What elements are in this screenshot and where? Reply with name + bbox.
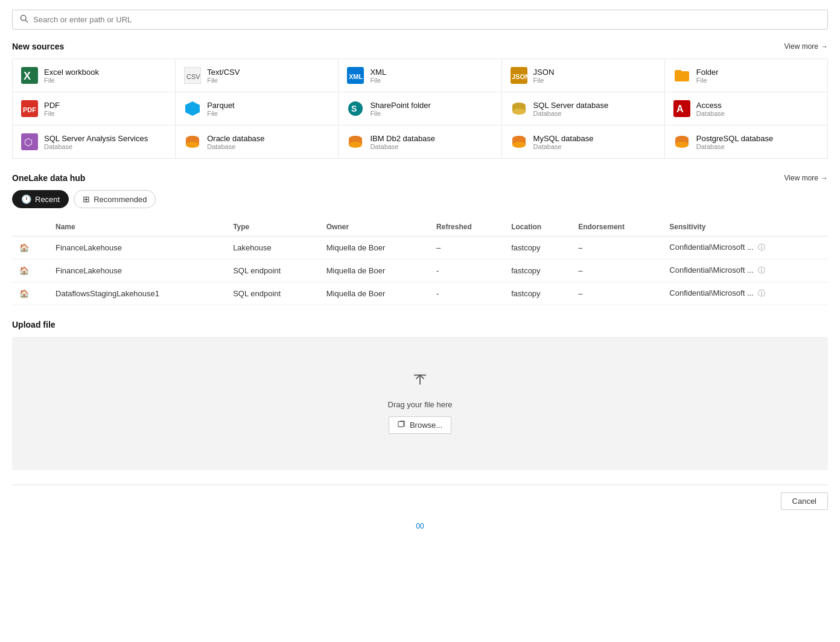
row-endorsement-2: –: [571, 282, 662, 305]
source-info-ssas: SQL Server Analysis Services Database: [44, 134, 148, 150]
source-type-parquet: File: [207, 110, 235, 117]
source-item-postgresql[interactable]: PostgreSQL database Database: [665, 126, 827, 158]
source-item-folder[interactable]: Folder File: [665, 59, 827, 92]
onelake-section: OneLake data hub View more → 🕐Recent⊞Rec…: [12, 173, 828, 305]
source-name-text-csv: Text/CSV: [207, 68, 240, 77]
source-type-ssas: Database: [44, 143, 148, 150]
source-type-sharepoint: File: [370, 110, 430, 117]
row-location-1: fastcopy: [504, 259, 571, 282]
source-icon-postgresql: [673, 133, 690, 150]
tab-recent[interactable]: 🕐Recent: [12, 190, 69, 208]
row-name-0: FinanceLakehouse: [48, 237, 226, 259]
info-icon-0[interactable]: ⓘ: [758, 243, 765, 252]
source-item-sharepoint[interactable]: S SharePoint folder File: [339, 92, 501, 125]
source-type-json: File: [533, 77, 555, 84]
source-item-xml[interactable]: XML XML File: [339, 59, 501, 92]
arrow-right-icon: →: [821, 42, 828, 51]
row-refreshed-1: -: [429, 259, 504, 282]
row-owner-1: Miquella de Boer: [319, 259, 429, 282]
upload-title: Upload file: [12, 320, 56, 329]
source-info-ibm: IBM Db2 database Database: [370, 134, 435, 150]
tab-icon-recent: 🕐: [21, 194, 31, 204]
info-icon-2[interactable]: ⓘ: [758, 289, 765, 297]
svg-text:CSV: CSV: [186, 73, 200, 80]
svg-point-27: [349, 142, 362, 148]
source-info-folder: Folder File: [696, 68, 719, 84]
source-item-ssas[interactable]: ⬡ SQL Server Analysis Services Database: [13, 126, 175, 158]
browse-button[interactable]: Browse...: [389, 416, 451, 434]
table-row[interactable]: 🏠 FinanceLakehouse Lakehouse Miquella de…: [12, 237, 828, 259]
upload-drag-text: Drag your file here: [388, 400, 453, 409]
new-sources-view-more[interactable]: View more →: [784, 42, 828, 51]
source-item-parquet[interactable]: Parquet File: [176, 92, 338, 125]
tab-label-recent: Recent: [35, 195, 60, 204]
tab-recommended[interactable]: ⊞Recommended: [74, 190, 156, 208]
browse-file-icon: [398, 420, 406, 430]
search-bar[interactable]: [12, 10, 828, 30]
source-name-folder: Folder: [696, 68, 719, 77]
table-row[interactable]: 🏠 FinanceLakehouse SQL endpoint Miquella…: [12, 259, 828, 282]
search-icon: [20, 14, 28, 25]
source-icon-ssas: ⬡: [21, 133, 38, 150]
row-endorsement-1: –: [571, 259, 662, 282]
table-row[interactable]: 🏠 DataflowsStagingLakehouse1 SQL endpoin…: [12, 282, 828, 305]
onelake-header: OneLake data hub View more →: [12, 173, 828, 183]
svg-text:⬡: ⬡: [24, 137, 33, 147]
upload-drop-zone[interactable]: Drag your file here Browse...: [12, 337, 828, 470]
source-item-json[interactable]: JSON JSON File: [502, 59, 664, 92]
source-type-ibm: Database: [370, 143, 435, 150]
source-item-ibm[interactable]: IBM Db2 database Database: [339, 126, 501, 158]
svg-text:S: S: [351, 104, 357, 113]
row-refreshed-2: -: [429, 282, 504, 305]
col-header-owner: Owner: [319, 218, 429, 237]
row-sensitivity-2: Confidential\Microsoft ... ⓘ: [662, 282, 828, 305]
source-info-xml: XML File: [370, 68, 386, 84]
row-type-0: Lakehouse: [226, 237, 319, 259]
cancel-button[interactable]: Cancel: [781, 492, 828, 510]
source-item-access[interactable]: A Access Database: [665, 92, 827, 125]
row-name-1: FinanceLakehouse: [48, 259, 226, 282]
sources-grid: X Excel workbook File CSV Text/CSV File …: [12, 59, 828, 159]
search-input[interactable]: [33, 15, 820, 24]
onelake-view-more[interactable]: View more →: [784, 174, 828, 182]
source-name-sql-server: SQL Server database: [533, 101, 609, 110]
row-icon-1: 🏠: [12, 259, 48, 282]
row-icon-2: 🏠: [12, 282, 48, 305]
source-name-ssas: SQL Server Analysis Services: [44, 134, 148, 143]
col-header-sensitivity: Sensitivity: [662, 218, 828, 237]
source-icon-ibm: [347, 133, 364, 150]
info-icon-1[interactable]: ⓘ: [758, 266, 765, 275]
source-item-text-csv[interactable]: CSV Text/CSV File: [176, 59, 338, 92]
source-icon-access: A: [673, 100, 690, 117]
onelake-title: OneLake data hub: [12, 173, 85, 183]
source-info-oracle: Oracle database Database: [207, 134, 264, 150]
source-info-sql-server: SQL Server database Database: [533, 101, 609, 117]
source-info-mysql: MySQL database Database: [533, 134, 594, 150]
source-name-json: JSON: [533, 68, 555, 77]
source-type-excel: File: [44, 77, 99, 84]
footer: Cancel: [12, 485, 828, 517]
source-icon-excel: X: [21, 67, 38, 84]
col-header-location: Location: [504, 218, 571, 237]
source-type-xml: File: [370, 77, 386, 84]
source-info-json: JSON File: [533, 68, 555, 84]
source-item-sql-server[interactable]: SQL Server database Database: [502, 92, 664, 125]
source-icon-parquet: [184, 100, 201, 117]
source-icon-sql-server: [511, 100, 527, 117]
source-item-pdf[interactable]: PDF PDF File: [13, 92, 175, 125]
source-type-access: Database: [696, 110, 725, 117]
col-header-endorsement: Endorsement: [571, 218, 662, 237]
row-type-1: SQL endpoint: [226, 259, 319, 282]
source-item-excel[interactable]: X Excel workbook File: [13, 59, 175, 92]
row-icon-0: 🏠: [12, 237, 48, 259]
source-icon-json: JSON: [511, 67, 527, 84]
row-endorsement-0: –: [571, 237, 662, 259]
source-name-postgresql: PostgreSQL database: [696, 134, 773, 143]
source-type-mysql: Database: [533, 143, 594, 150]
source-name-oracle: Oracle database: [207, 134, 264, 143]
col-header-refreshed: Refreshed: [429, 218, 504, 237]
upload-header: Upload file: [12, 320, 828, 329]
source-item-mysql[interactable]: MySQL database Database: [502, 126, 664, 158]
row-owner-2: Miquella de Boer: [319, 282, 429, 305]
source-item-oracle[interactable]: Oracle database Database: [176, 126, 338, 158]
